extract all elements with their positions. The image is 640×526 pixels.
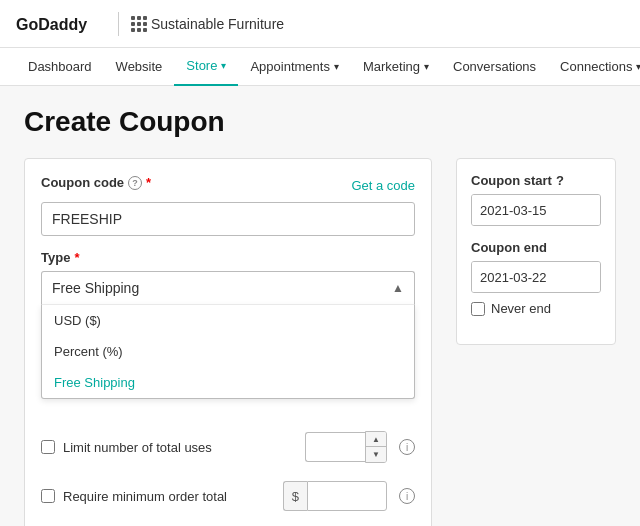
never-end-label: Never end — [491, 301, 551, 316]
godaddy-logo[interactable]: GoDaddy — [16, 10, 106, 38]
min-order-info-icon[interactable]: i — [399, 488, 415, 504]
limit-uses-input[interactable] — [305, 432, 365, 462]
type-dropdown-menu: USD ($) Percent (%) Free Shipping — [41, 305, 415, 399]
limit-uses-info-icon[interactable]: i — [399, 439, 415, 455]
coupon-end-label: Coupon end — [471, 240, 601, 255]
min-order-row: Require minimum order total $ i — [41, 477, 415, 515]
get-code-link[interactable]: Get a code — [351, 178, 415, 193]
coupon-code-help-icon[interactable]: ? — [128, 176, 142, 190]
never-end-checkbox[interactable] — [471, 302, 485, 316]
nav-item-conversations[interactable]: Conversations — [441, 48, 548, 86]
min-order-checkbox[interactable] — [41, 489, 55, 503]
top-header: GoDaddy Sustainable Furniture — [0, 0, 640, 48]
limit-uses-row: Limit number of total uses ▲ ▼ i — [41, 427, 415, 467]
type-dropdown-chevron-icon: ▲ — [392, 281, 404, 295]
form-side: Coupon start ? 📅 Coupon end 📅 — [456, 158, 616, 345]
limit-uses-checkbox[interactable] — [41, 440, 55, 454]
header-divider — [118, 12, 119, 36]
coupon-code-required: * — [146, 175, 151, 190]
coupon-end-input-wrapper: 📅 — [471, 261, 601, 293]
dropdown-option-usd[interactable]: USD ($) — [42, 305, 414, 336]
min-order-input-wrapper: $ — [283, 481, 387, 511]
coupon-start-input[interactable] — [472, 195, 601, 225]
limit-uses-spin-down[interactable]: ▼ — [366, 447, 386, 462]
limit-uses-spin-buttons: ▲ ▼ — [365, 431, 387, 463]
side-card: Coupon start ? 📅 Coupon end 📅 — [456, 158, 616, 345]
coupon-code-group: Coupon code ? * Get a code — [41, 175, 415, 236]
page-title: Create Coupon — [24, 106, 616, 138]
coupon-start-help-icon[interactable]: ? — [556, 173, 564, 188]
form-layout: Coupon code ? * Get a code Type * — [24, 158, 616, 526]
coupon-end-field: Coupon end 📅 Never end — [471, 240, 601, 316]
marketing-caret-icon: ▾ — [424, 61, 429, 72]
nav-item-marketing[interactable]: Marketing ▾ — [351, 48, 441, 86]
form-main: Coupon code ? * Get a code Type * — [24, 158, 432, 526]
coupon-start-label: Coupon start ? — [471, 173, 601, 188]
min-order-label: Require minimum order total — [63, 489, 275, 504]
store-caret-icon: ▾ — [221, 60, 226, 71]
type-dropdown-wrapper: Free Shipping ▲ USD ($) Percent (%) F — [41, 271, 415, 305]
min-order-dollar-sign: $ — [283, 481, 307, 511]
nav-item-appointments[interactable]: Appointments ▾ — [238, 48, 351, 86]
limit-uses-input-wrapper: ▲ ▼ — [305, 431, 387, 463]
form-card: Coupon code ? * Get a code Type * — [24, 158, 432, 526]
company-name: Sustainable Furniture — [151, 16, 284, 32]
coupon-code-input[interactable] — [41, 202, 415, 236]
appointments-caret-icon: ▾ — [334, 61, 339, 72]
type-label: Type * — [41, 250, 415, 265]
connections-caret-icon: ▾ — [636, 61, 640, 72]
svg-text:GoDaddy: GoDaddy — [16, 16, 87, 33]
min-order-input[interactable] — [307, 481, 387, 511]
nav-bar: Dashboard Website Store ▾ Appointments ▾… — [0, 48, 640, 86]
coupon-code-header-row: Coupon code ? * Get a code — [41, 175, 415, 196]
coupon-code-label: Coupon code ? * — [41, 175, 151, 190]
coupon-start-input-wrapper: 📅 — [471, 194, 601, 226]
dropdown-option-freeshipping[interactable]: Free Shipping — [42, 367, 414, 398]
nav-item-website[interactable]: Website — [104, 48, 175, 86]
limit-uses-label: Limit number of total uses — [63, 440, 297, 455]
coupon-start-field: Coupon start ? 📅 — [471, 173, 601, 226]
dropdown-option-percent[interactable]: Percent (%) — [42, 336, 414, 367]
type-group: Type * Free Shipping ▲ USD ($) — [41, 250, 415, 413]
never-end-row: Never end — [471, 301, 601, 316]
nav-item-store[interactable]: Store ▾ — [174, 48, 238, 86]
grid-icon[interactable] — [131, 16, 147, 32]
nav-item-connections[interactable]: Connections ▾ — [548, 48, 640, 86]
page-content: Create Coupon Coupon code ? * Get a code — [0, 86, 640, 526]
coupon-end-input[interactable] — [472, 262, 601, 292]
type-dropdown-selected[interactable]: Free Shipping ▲ — [41, 271, 415, 305]
nav-item-dashboard[interactable]: Dashboard — [16, 48, 104, 86]
limit-uses-spin-up[interactable]: ▲ — [366, 432, 386, 447]
type-required: * — [74, 250, 79, 265]
